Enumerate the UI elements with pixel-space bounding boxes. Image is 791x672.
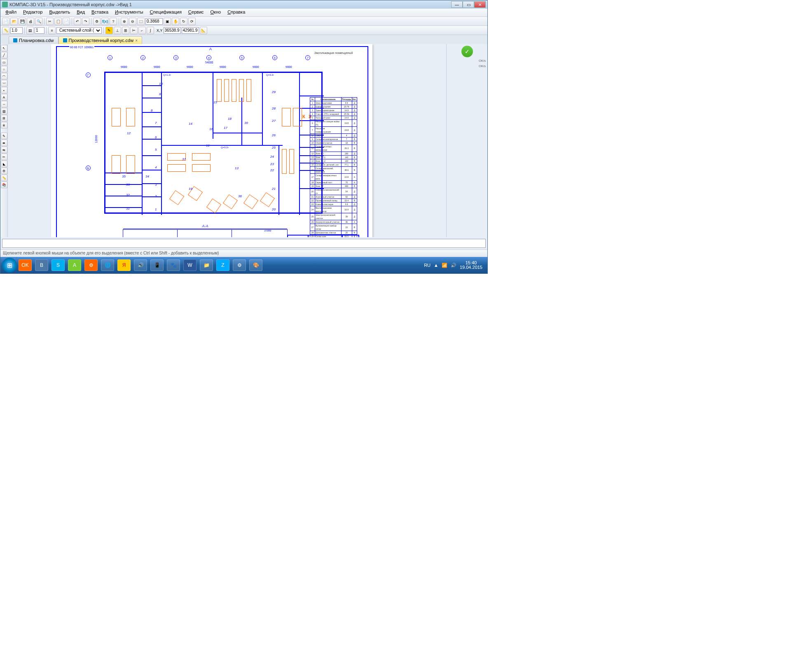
move-icon[interactable]: ⬌ <box>1 140 7 146</box>
zoom-fit-icon[interactable]: ▣ <box>164 18 171 25</box>
zoom-input[interactable] <box>145 18 163 25</box>
task-kompas[interactable]: ⚙ <box>233 259 246 271</box>
print-icon[interactable]: 🖨 <box>27 18 34 25</box>
props-icon[interactable]: ⚙ <box>93 18 101 25</box>
coord-x[interactable] <box>164 27 181 34</box>
menu-editor[interactable]: Редактор <box>20 9 46 16</box>
step-icon[interactable]: ▤ <box>26 27 34 34</box>
task-amigo[interactable]: A <box>68 259 81 271</box>
menu-tools[interactable]: Инструменты <box>112 9 147 16</box>
task-skype[interactable]: S <box>51 259 65 271</box>
save-icon[interactable]: 💾 <box>19 18 26 25</box>
layer-select[interactable]: Системный слой (0) <box>56 27 102 34</box>
undo-icon[interactable]: ↶ <box>74 18 81 25</box>
zoom-out-icon[interactable]: ⊖ <box>129 18 136 25</box>
pan-icon[interactable]: ✋ <box>172 18 179 25</box>
hatch-icon[interactable]: ▨ <box>1 108 7 114</box>
system-tray[interactable]: RU ▲ 📶 🔊 15:40 19.04.2015 <box>424 261 486 270</box>
measure2-icon[interactable]: 📏 <box>1 175 7 181</box>
ortho-icon[interactable]: ⊢ <box>130 27 138 34</box>
dim-icon[interactable]: ↔ <box>1 101 7 107</box>
close-button[interactable]: ✕ <box>474 1 486 8</box>
text-icon[interactable]: A <box>1 94 7 100</box>
menu-select[interactable]: Выделить <box>46 9 73 16</box>
redo-icon[interactable]: ↷ <box>82 18 89 25</box>
task-yandex[interactable]: Я <box>117 259 131 271</box>
axis-3: 3 <box>173 55 178 60</box>
canvas-area[interactable]: 60 60 ГСТ 109061 1 2 3 4 5 6 7 Г Б А <box>8 44 446 237</box>
paste-icon[interactable]: 📄 <box>63 18 70 25</box>
vars-icon[interactable]: f(x) <box>101 18 109 25</box>
task-app3[interactable]: 📱 <box>150 259 164 271</box>
refresh-icon[interactable]: ⟳ <box>188 18 196 25</box>
menu-file[interactable]: Файл <box>2 9 20 16</box>
grid-icon[interactable]: ⊞ <box>122 27 129 34</box>
rotate-icon[interactable]: ↻ <box>180 18 187 25</box>
measure-icon[interactable]: 📐 <box>200 27 207 34</box>
style-icon[interactable]: ✎ <box>105 27 113 34</box>
maximize-button[interactable]: ▭ <box>463 1 474 8</box>
lib-icon[interactable]: 📚 <box>1 182 7 188</box>
task-ok[interactable]: OK <box>19 259 32 271</box>
edit-icon[interactable]: ✎ <box>1 133 7 139</box>
lang-indicator[interactable]: RU <box>424 263 431 268</box>
lcs-icon[interactable]: ∫ <box>147 27 154 34</box>
menu-service[interactable]: Сервис <box>185 9 207 16</box>
scale-input[interactable] <box>10 27 23 34</box>
task-sound[interactable]: 🔊 <box>134 259 147 271</box>
minimize-button[interactable]: — <box>451 1 463 8</box>
zoom-frame-icon[interactable]: ⬚ <box>137 18 145 25</box>
start-button[interactable]: ⊞ <box>2 258 17 273</box>
tray-flag-icon[interactable]: ▲ <box>434 263 438 268</box>
tray-vol-icon[interactable]: 🔊 <box>451 263 456 268</box>
trim-icon[interactable]: ✂ <box>1 154 7 160</box>
chamfer-icon[interactable]: ◣ <box>1 161 7 167</box>
clock-date[interactable]: 19.04.2015 <box>460 265 482 270</box>
menu-insert[interactable]: Вставка <box>88 9 112 16</box>
point-icon[interactable]: • <box>1 87 7 93</box>
spline-icon[interactable]: 〰 <box>1 80 7 86</box>
titlebar[interactable]: КОМПАС-3D V15 - Производственный корпус.… <box>0 0 487 9</box>
menu-help[interactable]: Справка <box>224 9 248 16</box>
room-label-34: 34 <box>145 175 149 178</box>
task-vk[interactable]: В <box>35 259 48 271</box>
param-icon[interactable]: ⚙ <box>1 168 7 174</box>
tab-proizvod[interactable]: Производственный корпус.cdw × <box>59 36 142 44</box>
task-zona[interactable]: Z <box>216 259 229 271</box>
task-paint[interactable]: 🎨 <box>249 259 262 271</box>
preview-icon[interactable]: 🔍 <box>35 18 42 25</box>
task-explorer[interactable]: 📁 <box>200 259 213 271</box>
circle-icon[interactable]: ○ <box>1 66 7 72</box>
scale-icon[interactable]: 📏 <box>2 27 9 34</box>
menu-window[interactable]: Окно <box>207 9 225 16</box>
copy-icon[interactable]: 📋 <box>54 18 62 25</box>
step-input[interactable] <box>35 27 44 34</box>
round-icon[interactable]: ⌐ <box>138 27 146 34</box>
arc-icon[interactable]: ◠ <box>1 73 7 79</box>
new-icon[interactable]: 📄 <box>2 18 9 25</box>
layer-icon[interactable]: ≡ <box>48 27 56 34</box>
menu-spec[interactable]: Спецификация <box>147 9 185 16</box>
arrow-icon[interactable]: ↖ <box>1 45 7 51</box>
tab-close-icon[interactable]: × <box>135 38 138 43</box>
open-icon[interactable]: 📂 <box>10 18 18 25</box>
rect-icon[interactable]: ▭ <box>1 59 7 65</box>
task-word[interactable]: W <box>183 259 197 271</box>
status-ok-icon[interactable]: ✓ <box>461 46 473 57</box>
symbol-icon[interactable]: ※ <box>1 122 7 128</box>
tab-planirovka[interactable]: Планировка.cdw <box>9 36 59 44</box>
help-icon[interactable]: ? <box>110 18 117 25</box>
command-input[interactable] <box>2 239 486 248</box>
line-icon[interactable]: ╱ <box>1 52 7 58</box>
cut-icon[interactable]: ✂ <box>46 18 54 25</box>
coord-y[interactable] <box>182 27 199 34</box>
task-baidu[interactable]: 🐾 <box>167 259 180 271</box>
task-chrome[interactable]: 🌐 <box>101 259 114 271</box>
menu-view[interactable]: Вид <box>73 9 88 16</box>
snap-icon[interactable]: ⊥ <box>114 27 121 34</box>
tray-net-icon[interactable]: 📶 <box>442 263 447 268</box>
table-icon[interactable]: ⊞ <box>1 115 7 121</box>
task-app2[interactable]: ⚙ <box>84 259 98 271</box>
zoom-in-icon[interactable]: ⊕ <box>121 18 128 25</box>
mirror-icon[interactable]: ⇋ <box>1 147 7 153</box>
